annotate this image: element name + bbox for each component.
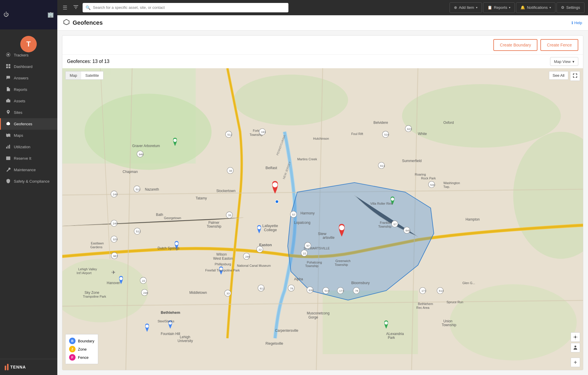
svg-text:191: 191 — [261, 130, 266, 134]
svg-rect-11 — [9, 145, 10, 149]
svg-text:Washington: Washington — [443, 181, 460, 185]
sidebar-item-maps[interactable]: Maps — [0, 130, 57, 141]
sidebar-item-label: Answers — [14, 76, 29, 80]
svg-text:Fountain Hill: Fountain Hill — [161, 332, 180, 336]
reports-button[interactable]: 📋 Reports ▾ — [483, 2, 515, 13]
dashboard-icon — [6, 64, 11, 69]
utilization-icon — [6, 144, 11, 150]
sidebar: ⏻ 🏢 T Trackers Dashboard Answers — [0, 0, 57, 375]
svg-text:Georgetown: Georgetown — [164, 216, 181, 220]
safety-icon — [6, 179, 11, 184]
answers-icon — [6, 75, 11, 81]
sidebar-item-dashboard[interactable]: Dashboard — [0, 61, 57, 72]
svg-rect-12 — [6, 156, 10, 160]
map-view-button[interactable]: Map View ▾ — [550, 57, 578, 66]
sidebar-item-safety[interactable]: Safety & Compliance — [0, 176, 57, 187]
svg-text:987: 987 — [113, 254, 118, 258]
help-link[interactable]: ℹ Help — [572, 21, 582, 25]
sidebar-item-label: Maintenance — [14, 168, 36, 172]
svg-text:Eastlawn: Eastlawn — [91, 241, 104, 245]
trackers-icon — [6, 52, 11, 58]
chevron-down-icon-notifs: ▾ — [549, 6, 551, 9]
map-tab-map[interactable]: Map — [66, 71, 81, 79]
sidebar-item-label: Geofences — [14, 122, 32, 126]
svg-rect-4 — [9, 66, 10, 68]
svg-text:Pohatcong: Pohatcong — [307, 261, 322, 264]
map-tab-satellite[interactable]: Satellite — [81, 71, 103, 79]
svg-text:Stew: Stew — [318, 231, 326, 236]
location-button[interactable] — [571, 332, 580, 342]
tenna-logo: TENNA — [5, 364, 26, 370]
avatar-area: T — [0, 29, 57, 47]
svg-text:Martins Creek: Martins Creek — [297, 157, 317, 161]
svg-text:Rock Park: Rock Park — [421, 176, 436, 180]
svg-point-32 — [273, 182, 278, 187]
svg-rect-2 — [9, 64, 10, 66]
sidebar-item-assets[interactable]: Assets — [0, 95, 57, 107]
map-info-bar: Geofences: 13 of 13 Map View ▾ — [62, 55, 583, 68]
create-boundary-button[interactable]: Create Boundary — [493, 39, 537, 51]
svg-text:611: 611 — [260, 287, 265, 290]
svg-text:White: White — [418, 132, 427, 136]
svg-text:Union: Union — [443, 319, 452, 323]
map-pin-small — [275, 200, 279, 203]
svg-text:Wilson: Wilson — [216, 252, 227, 256]
zoom-plus-button[interactable]: + — [571, 358, 580, 367]
see-all-button[interactable]: See All — [549, 71, 568, 80]
hamburger-icon[interactable]: ☰ — [61, 3, 69, 13]
sidebar-item-reserve-it[interactable]: Reserve It — [0, 153, 57, 164]
svg-text:Township: Township — [335, 263, 348, 266]
street-view-button[interactable] — [571, 343, 580, 352]
search-box: 🔍 — [83, 3, 288, 12]
sidebar-item-label: Dashboard — [14, 64, 33, 69]
settings-button[interactable]: ⚙ Settings — [557, 2, 584, 13]
info-icon: ℹ — [572, 21, 573, 25]
svg-text:Belfast: Belfast — [265, 166, 277, 170]
map-background: Graver Arboretum Belfast Martins Creek F… — [62, 68, 583, 370]
svg-rect-1 — [6, 64, 8, 66]
svg-text:Twp.: Twp. — [443, 185, 450, 189]
avatar: T — [20, 36, 37, 52]
sidebar-item-answers[interactable]: Answers — [0, 72, 57, 84]
svg-point-25 — [450, 284, 577, 360]
bell-icon: 🔔 — [520, 5, 525, 10]
sidebar-item-reports[interactable]: Reports — [0, 84, 57, 95]
svg-text:519: 519 — [384, 133, 389, 136]
svg-text:512: 512 — [136, 230, 141, 233]
content-area: Create Boundary Create Fence Geofences: … — [57, 31, 588, 375]
svg-text:Township: Township — [378, 225, 392, 228]
sidebar-item-label: Assets — [14, 99, 25, 103]
create-fence-button[interactable]: Create Fence — [540, 39, 578, 51]
svg-text:Sky Zone: Sky Zone — [85, 291, 100, 295]
sidebar-item-maintenance[interactable]: Maintenance — [0, 164, 57, 176]
svg-text:Township: Township — [442, 323, 457, 327]
svg-point-186 — [574, 346, 576, 347]
add-item-button[interactable]: ⊕ Add Item ▾ — [450, 2, 482, 13]
svg-text:530: 530 — [430, 183, 435, 186]
search-input[interactable] — [93, 5, 285, 10]
help-label: Help — [574, 21, 582, 25]
svg-text:Greenwich: Greenwich — [335, 259, 351, 263]
sidebar-item-utilization[interactable]: Utilization — [0, 141, 57, 153]
power-icon[interactable]: ⏻ — [4, 11, 9, 18]
sidebar-item-label: Reports — [14, 87, 27, 92]
svg-text:Tatamy: Tatamy — [196, 196, 207, 200]
svg-text:329: 329 — [113, 238, 118, 241]
filter-icon[interactable] — [71, 3, 80, 12]
page-title: Geofences — [73, 19, 103, 26]
tenna-logo-icon — [5, 364, 9, 370]
maps-icon — [6, 133, 11, 138]
sidebar-item-label: Safety & Compliance — [14, 179, 49, 184]
legend-fence-icon: F — [69, 354, 76, 361]
sidebar-item-sites[interactable]: Sites — [0, 107, 57, 118]
svg-text:Township: Township — [305, 264, 318, 268]
notifications-button[interactable]: 🔔 Notifications ▾ — [516, 2, 555, 13]
svg-text:Palmer: Palmer — [208, 221, 220, 225]
building-icon: 🏢 — [47, 11, 54, 18]
svg-text:645: 645 — [405, 229, 410, 232]
legend-boundary-icon: B — [69, 338, 76, 344]
svg-text:Belvidere: Belvidere — [373, 121, 388, 125]
fullscreen-button[interactable] — [570, 71, 580, 81]
svg-text:173: 173 — [339, 289, 344, 292]
sidebar-item-geofences[interactable]: Geofences — [0, 118, 57, 130]
